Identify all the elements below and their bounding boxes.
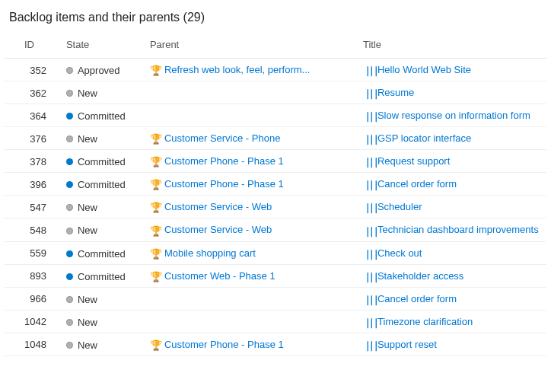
state-dot-icon <box>66 90 73 97</box>
table-row[interactable]: 547New🏆Customer Service - Web❙❙❙Schedule… <box>5 196 546 218</box>
table-row[interactable]: 1042New❙❙❙Timezone clarification <box>5 310 546 333</box>
backlog-item-icon: ❙❙❙ <box>365 156 371 167</box>
table-row[interactable]: 362New❙❙❙Resume <box>5 81 546 104</box>
state-dot-icon <box>66 181 73 188</box>
backlog-item-icon: ❙❙❙ <box>365 248 371 260</box>
title-link[interactable]: GSP locator interface <box>377 132 471 144</box>
cell-title: ❙❙❙GSP locator interface <box>357 127 546 150</box>
header-id[interactable]: ID <box>5 35 60 59</box>
cell-id: 559 <box>5 241 60 264</box>
cell-id: 352 <box>5 59 60 81</box>
cell-title: ❙❙❙Timezone clarification <box>357 310 546 333</box>
cell-parent: 🏆Refresh web look, feel, perform... <box>144 59 357 81</box>
cell-parent: 🏆Customer Service - Web <box>144 196 357 218</box>
header-title[interactable]: Title <box>357 35 546 59</box>
title-count: 29 <box>187 11 201 24</box>
table-row[interactable]: 352Approved🏆Refresh web look, feel, perf… <box>5 59 546 81</box>
cell-state: Committed <box>60 241 144 264</box>
parent-link[interactable]: Customer Phone - Phase 1 <box>164 178 284 190</box>
cell-parent: 🏆Customer Service - Phone <box>144 127 357 150</box>
title-link[interactable]: Timezone clarification <box>377 316 473 327</box>
title-link[interactable]: Check out <box>377 247 422 259</box>
state-text: Committed <box>78 271 126 282</box>
cell-id: 893 <box>5 264 60 287</box>
page-title: Backlog items and their parents (29) <box>9 11 546 24</box>
title-link[interactable]: Slow response on information form <box>377 110 530 121</box>
parent-link[interactable]: Customer Service - Phone <box>164 132 280 144</box>
cell-state: Committed <box>60 150 144 173</box>
cell-title: ❙❙❙Slow response on information form <box>357 104 546 127</box>
state-text: New <box>78 339 97 351</box>
title-link[interactable]: Request support <box>377 155 450 167</box>
table-row[interactable]: 559Committed🏆Mobile shopping cart❙❙❙Chec… <box>5 241 546 264</box>
parent-link[interactable]: Customer Phone - Phase 1 <box>164 339 284 350</box>
title-link[interactable]: Stakeholder access <box>377 270 463 282</box>
cell-state: Committed <box>60 173 144 196</box>
table-row[interactable]: 1048New🏆Customer Phone - Phase 1❙❙❙Suppo… <box>5 333 546 355</box>
state-dot-icon <box>66 135 73 142</box>
backlog-item-icon: ❙❙❙ <box>365 179 371 190</box>
cell-title: ❙❙❙Scheduler <box>357 196 546 218</box>
cell-title: ❙❙❙Request support <box>357 150 546 173</box>
backlog-item-icon: ❙❙❙ <box>365 271 371 282</box>
cell-title: ❙❙❙Resume <box>357 81 546 104</box>
state-text: New <box>78 317 97 328</box>
cell-title: ❙❙❙Check out <box>357 241 546 264</box>
header-row: ID State Parent Title <box>5 35 546 59</box>
parent-link[interactable]: Customer Phone - Phase 1 <box>164 155 284 167</box>
cell-parent <box>144 104 357 127</box>
title-link[interactable]: Technician dashboard improvements <box>377 224 539 235</box>
cell-parent: 🏆Mobile shopping cart <box>144 241 357 264</box>
cell-title: ❙❙❙Technician dashboard improvements <box>357 218 546 241</box>
state-text: New <box>78 202 97 213</box>
cell-id: 364 <box>5 104 60 127</box>
table-row[interactable]: 893Committed🏆Customer Web - Phase 1❙❙❙St… <box>5 264 546 287</box>
feature-icon: 🏆 <box>150 179 161 190</box>
parent-link[interactable]: Mobile shopping cart <box>164 247 256 259</box>
cell-state: Approved <box>60 59 144 81</box>
cell-state: New <box>60 196 144 218</box>
cell-title: ❙❙❙Stakeholder access <box>357 264 546 287</box>
table-row[interactable]: 376New🏆Customer Service - Phone❙❙❙GSP lo… <box>5 127 546 150</box>
cell-state: Committed <box>60 264 144 287</box>
title-link[interactable]: Support reset <box>377 339 437 350</box>
cell-parent: 🏆Customer Phone - Phase 1 <box>144 150 357 173</box>
feature-icon: 🏆 <box>150 339 161 351</box>
state-text: Committed <box>78 156 126 167</box>
title-link[interactable]: Cancel order form <box>377 178 457 190</box>
title-text: Backlog items and their parents <box>9 11 180 24</box>
state-dot-icon <box>66 296 73 303</box>
parent-link[interactable]: Customer Service - Web <box>164 224 272 235</box>
table-row[interactable]: 966New❙❙❙Cancel order form <box>5 287 546 310</box>
cell-state: New <box>60 287 144 310</box>
backlog-item-icon: ❙❙❙ <box>365 294 371 305</box>
backlog-item-icon: ❙❙❙ <box>365 317 371 328</box>
table-row[interactable]: 548New🏆Customer Service - Web❙❙❙Technici… <box>5 218 546 241</box>
cell-state: New <box>60 81 144 104</box>
state-text: New <box>78 225 97 237</box>
cell-id: 1048 <box>5 333 60 355</box>
state-dot-icon <box>66 319 73 326</box>
header-parent[interactable]: Parent <box>144 35 357 59</box>
state-dot-icon <box>66 342 73 349</box>
title-link[interactable]: Hello World Web Site <box>377 64 471 75</box>
title-link[interactable]: Scheduler <box>377 201 422 212</box>
table-row[interactable]: 364Committed❙❙❙Slow response on informat… <box>5 104 546 127</box>
cell-id: 547 <box>5 196 60 218</box>
cell-parent: 🏆Customer Phone - Phase 1 <box>144 173 357 196</box>
title-link[interactable]: Resume <box>377 87 414 98</box>
header-state[interactable]: State <box>60 35 144 59</box>
backlog-item-icon: ❙❙❙ <box>365 65 371 76</box>
state-text: Committed <box>78 248 126 260</box>
parent-link[interactable]: Refresh web look, feel, perform... <box>164 64 310 75</box>
feature-icon: 🏆 <box>150 271 161 282</box>
parent-link[interactable]: Customer Web - Phase 1 <box>164 270 276 282</box>
backlog-item-icon: ❙❙❙ <box>365 133 371 145</box>
title-link[interactable]: Cancel order form <box>377 293 457 304</box>
state-text: Committed <box>78 179 126 190</box>
backlog-item-icon: ❙❙❙ <box>365 202 371 213</box>
parent-link[interactable]: Customer Service - Web <box>164 201 272 212</box>
state-text: New <box>78 88 97 99</box>
table-row[interactable]: 396Committed🏆Customer Phone - Phase 1❙❙❙… <box>5 173 546 196</box>
table-row[interactable]: 378Committed🏆Customer Phone - Phase 1❙❙❙… <box>5 150 546 173</box>
